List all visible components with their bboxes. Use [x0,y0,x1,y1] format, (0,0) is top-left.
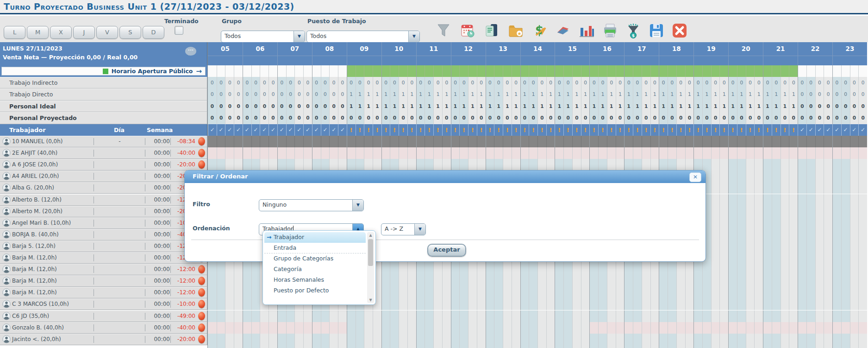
coverage-ok-icon[interactable]: ✓ [824,124,832,136]
worker-row[interactable]: Barja M. (12,0h)00:00-12:00 [0,275,207,287]
coverage-ok-icon[interactable]: ✓ [277,124,286,136]
scroll-up-icon[interactable]: ▲ [367,232,374,238]
coverage-ok-icon[interactable]: ✓ [806,124,815,136]
worker-row[interactable]: Angel Mari B. (10,0h)00:00-10:00 [0,217,207,229]
terminado-checkbox[interactable] [175,26,183,35]
coverage-alert-icon[interactable]: ! [581,124,590,136]
worker-row[interactable]: Alba G. (20,0h)00:00-20:00 [0,182,207,194]
coverage-alert-icon[interactable]: ! [459,124,468,136]
worker-row[interactable]: Barja M. (12,0h)00:00-12:00 [0,264,207,275]
coverage-alert-icon[interactable]: ! [616,124,624,136]
coverage-alert-icon[interactable]: ! [763,124,772,136]
save-icon[interactable] [648,22,665,39]
chevron-down-icon[interactable]: ▼ [352,200,363,211]
coverage-ok-icon[interactable]: ✓ [243,124,251,136]
coverage-ok-icon[interactable]: ✓ [251,124,260,136]
coverage-alert-icon[interactable]: ! [624,124,633,136]
sort-option[interactable]: Puesto por Defecto [264,285,366,296]
coverage-ok-icon[interactable]: ✓ [208,124,217,136]
coverage-alert-icon[interactable]: ! [486,124,494,136]
coverage-alert-icon[interactable]: ! [555,124,563,136]
coverage-ok-icon[interactable]: ✓ [832,124,841,136]
coverage-alert-icon[interactable]: ! [711,124,720,136]
worker-grid-row[interactable] [207,310,867,322]
coverage-alert-icon[interactable]: ! [676,124,685,136]
coverage-ok-icon[interactable]: ✓ [312,124,321,136]
worker-status-icon[interactable] [198,300,205,308]
schedule-calendar-icon[interactable] [459,22,476,39]
worker-row[interactable]: A 6 JOSE (20,0h)00:00-20:00 [0,159,207,171]
sort-direction-select[interactable]: A -> Z ▼ [381,223,426,235]
puesto-select[interactable]: Todos ▼ [306,31,420,43]
coverage-alert-icon[interactable]: ! [650,124,659,136]
coverage-alert-icon[interactable]: ! [381,124,390,136]
coverage-ok-icon[interactable]: ✓ [225,124,234,136]
day-button-D[interactable]: D [143,26,164,39]
worker-status-icon[interactable] [198,323,205,332]
coverage-alert-icon[interactable]: ! [425,124,433,136]
coverage-alert-icon[interactable]: ! [642,124,650,136]
coverage-ok-icon[interactable]: ✓ [260,124,269,136]
close-icon[interactable] [671,22,688,39]
filter-icon[interactable] [435,22,452,39]
coverage-alert-icon[interactable]: ! [789,124,798,136]
print-icon[interactable] [602,22,618,39]
day-button-J[interactable]: J [73,26,95,39]
filter-cost-icon[interactable]: $ [625,22,642,39]
sort-option[interactable]: Entrada [264,243,366,253]
worker-row[interactable]: Alberto B. (12,0h)00:00-12:00 [0,194,207,206]
scrollbar[interactable]: ▲ ▼ [367,232,374,303]
coverage-ok-icon[interactable]: ✓ [815,124,824,136]
coverage-alert-icon[interactable]: ! [659,124,668,136]
worker-status-icon[interactable] [198,312,205,320]
coverage-alert-icon[interactable]: ! [719,124,728,136]
worker-row[interactable]: A4 ARIEL (20,0h)00:00-20:00 [0,171,207,182]
coverage-ok-icon[interactable]: ✓ [217,124,225,136]
worker-status-icon[interactable] [198,137,205,146]
coverage-alert-icon[interactable]: ! [399,124,407,136]
coverage-ok-icon[interactable]: ✓ [850,124,859,136]
sort-option[interactable]: Horas Semanales [264,275,366,285]
worker-row[interactable]: C 3 MARCOS (10,0h)00:00-10:00 [0,298,207,310]
coverage-ok-icon[interactable]: ✓ [798,124,806,136]
coverage-ok-icon[interactable]: ✓ [321,124,330,136]
chevron-down-icon[interactable]: ▼ [293,31,305,42]
coverage-alert-icon[interactable]: ! [407,124,416,136]
sales-trend-icon[interactable]: $ [531,22,547,39]
sort-option[interactable]: Grupo de Categorías [264,253,366,264]
worker-grid-row[interactable] [207,136,867,147]
worker-status-icon[interactable] [198,277,205,285]
worker-row[interactable]: Jacinto <. (20,0h)00:00-20:00 [0,334,207,345]
chevron-down-icon[interactable]: ▼ [414,224,425,235]
worker-status-icon[interactable] [198,288,205,297]
coverage-ok-icon[interactable]: ✓ [294,124,303,136]
coverage-alert-icon[interactable]: ! [589,124,598,136]
worker-status-icon[interactable] [198,265,205,273]
arrow-right-icon[interactable]: → [196,69,202,74]
worker-status-icon[interactable] [198,335,205,343]
coverage-alert-icon[interactable]: ! [537,124,546,136]
coverage-alert-icon[interactable]: ! [451,124,460,136]
worker-row[interactable]: 10 MANUEL (0,0h)-00:00-08:34 [0,136,207,147]
coverage-alert-icon[interactable]: ! [746,124,755,136]
coverage-alert-icon[interactable]: ! [442,124,451,136]
coverage-alert-icon[interactable]: ! [468,124,477,136]
statistics-chart-icon[interactable] [578,22,595,39]
worker-row[interactable]: C6 JD (35,0h)00:00-49:00 [0,310,207,322]
grupo-select[interactable]: Todos ▼ [221,31,305,43]
coverage-alert-icon[interactable]: ! [520,124,529,136]
coverage-alert-icon[interactable]: ! [737,124,746,136]
coverage-alert-icon[interactable]: ! [364,124,373,136]
coverage-ok-icon[interactable]: ✓ [234,124,243,136]
coverage-alert-icon[interactable]: ! [477,124,486,136]
coverage-ok-icon[interactable]: ✓ [858,124,867,136]
coverage-alert-icon[interactable]: ! [754,124,763,136]
coverage-alert-icon[interactable]: ! [781,124,789,136]
coverage-ok-icon[interactable]: ✓ [303,124,312,136]
coverage-alert-icon[interactable]: ! [702,124,711,136]
accept-button[interactable]: Aceptar [427,244,466,257]
coverage-alert-icon[interactable]: ! [728,124,737,136]
coverage-alert-icon[interactable]: ! [572,124,581,136]
sort-option[interactable]: Categoría [264,264,366,275]
day-button-L[interactable]: L [4,26,25,39]
